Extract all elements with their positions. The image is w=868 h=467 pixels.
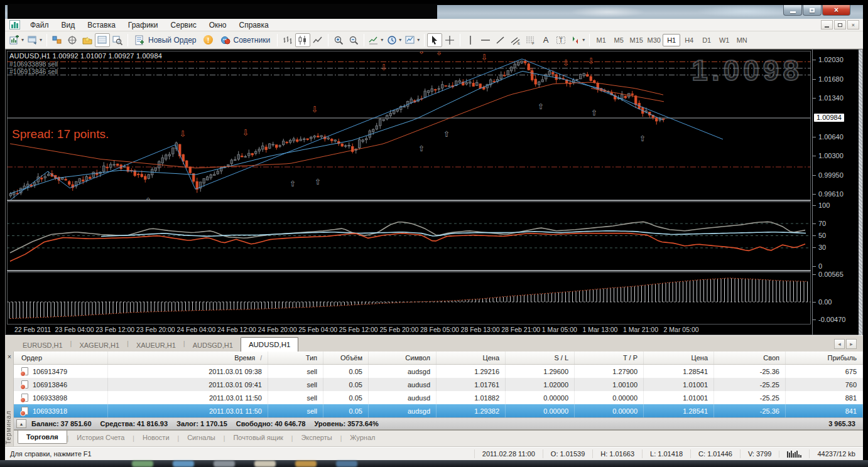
menu-item-view[interactable]: Вид [55, 19, 82, 31]
taskbar-icon[interactable] [336, 461, 357, 467]
order-row-106933918[interactable]: 1069339182011.03.01 11:50sell0.05audsgd1… [14, 404, 863, 417]
svg-text:⇧: ⇧ [189, 205, 196, 214]
chart-close-button[interactable]: × [847, 20, 859, 30]
chart-tab-audsgd-h1[interactable]: AUDSGD,H1 [185, 339, 241, 352]
column-header-type[interactable]: Тип [268, 352, 323, 364]
chart-tab-xageur-h1[interactable]: XAGEUR,H1 [72, 339, 127, 352]
column-header-profit[interactable]: Прибыль [786, 352, 863, 364]
indicators-button[interactable]: ▾ [367, 33, 385, 47]
timeframe-button-m5[interactable]: M5 [610, 34, 627, 46]
text-button[interactable]: A [538, 33, 553, 47]
column-header-volume[interactable]: Объём [323, 352, 369, 364]
periods-button[interactable]: ▾ [385, 33, 403, 47]
new-chart-button[interactable]: ▾ [8, 33, 26, 47]
taskbar-icon[interactable] [132, 461, 153, 467]
price-axis[interactable]: 1.020301.016801.013401.006401.003000.999… [812, 50, 862, 336]
timeframe-button-mn[interactable]: MN [733, 34, 751, 46]
candlestick-chart-button[interactable] [295, 33, 310, 47]
column-header-symbol[interactable]: Символ [369, 352, 437, 364]
terminal-tab-новости[interactable]: Новости [134, 431, 178, 444]
terminal-tab-сигналы[interactable]: Сигналы [179, 431, 224, 444]
vertical-line-button[interactable] [463, 33, 478, 47]
terminal-tab-торговля[interactable]: Торговля [18, 431, 67, 444]
collapse-button[interactable]: ▲ [16, 419, 26, 428]
menu-item-insert[interactable]: Вставка [81, 19, 122, 31]
text-label-button[interactable]: T [553, 33, 568, 47]
chart-tab-xaueur-h1[interactable]: XAUEUR,H1 [129, 339, 183, 352]
terminal-panel-button[interactable] [95, 33, 110, 47]
terminal-tab-почтовый-ящик[interactable]: Почтовый ящик [225, 431, 291, 444]
navigator-button[interactable] [80, 33, 95, 47]
chart-minimize-button[interactable] [821, 20, 833, 30]
timeframe-button-h4[interactable]: H4 [680, 34, 698, 46]
taskbar-icon[interactable] [173, 461, 194, 467]
chart-restore-button[interactable] [834, 20, 846, 30]
order-row-106933898[interactable]: 1069338982011.03.01 11:50sell0.05audusd1… [14, 391, 863, 404]
orders-table-header: ОрдерВремя/ТипОбъёмСимволЦенаS / LT / PЦ… [14, 352, 863, 365]
cell-type: sell [268, 365, 323, 378]
cursor-button[interactable] [427, 33, 442, 47]
templates-button[interactable]: ▾ [403, 33, 421, 47]
timeframe-button-w1[interactable]: W1 [715, 34, 733, 46]
column-header-tp[interactable]: T / P [575, 352, 644, 364]
order-row-106913479[interactable]: 1069134792011.03.01 09:38sell0.05audsgd1… [14, 365, 863, 378]
axis-tick [813, 60, 816, 60]
menu-item-charts[interactable]: Графики [122, 19, 165, 31]
menu-item-service[interactable]: Сервис [165, 19, 203, 31]
column-header-time[interactable]: Время/ [108, 352, 268, 364]
taskbar-icon[interactable] [295, 461, 317, 467]
profiles-button[interactable]: ▾ [26, 33, 44, 47]
market-watch-button[interactable] [50, 33, 65, 47]
column-header-order[interactable]: Ордер [14, 352, 108, 364]
window-minimize-button[interactable] [783, 5, 802, 16]
data-window-button[interactable] [65, 33, 80, 47]
fibonacci-button[interactable]: F [523, 33, 538, 47]
order-row-106913846[interactable]: 1069138462011.03.01 09:41sell0.05audusd1… [14, 378, 863, 391]
bar-chart-button[interactable] [280, 33, 295, 47]
chart-scrollbar[interactable] [859, 50, 862, 336]
zoom-out-button[interactable] [346, 33, 361, 47]
new-order-icon [135, 35, 145, 45]
chart-tab-eurusd-h1[interactable]: EURUSD,H1 [15, 339, 70, 352]
taskbar-icon[interactable] [214, 461, 235, 467]
timeframe-button-m15[interactable]: M15 [627, 34, 645, 46]
terminal-tab-журнал[interactable]: Журнал [342, 431, 383, 444]
arrows-button[interactable]: ▾ [568, 33, 587, 47]
menu-item-help[interactable]: Справка [233, 19, 275, 31]
terminal-tab-эксперты[interactable]: Эксперты [293, 431, 340, 444]
terminal-close-button[interactable]: × [6, 353, 13, 360]
window-restore-button[interactable] [803, 5, 822, 16]
timeframe-button-d1[interactable]: D1 [698, 34, 715, 46]
cell-sl: 0.00000 [506, 391, 575, 404]
terminal-tab-история-счета[interactable]: История Счета [68, 431, 133, 444]
horizontal-line-button[interactable] [478, 33, 493, 47]
column-header-price-open[interactable]: Цена [437, 352, 506, 364]
equidistant-channel-button[interactable]: E [508, 33, 523, 47]
line-chart-button[interactable] [310, 33, 325, 47]
time-axis[interactable]: 22 Feb 201123 Feb 04:0023 Feb 12:0023 Fe… [7, 326, 811, 336]
equidistant-channel-icon: E [511, 35, 521, 45]
menu-item-file[interactable]: Файл [24, 19, 55, 31]
column-header-sl[interactable]: S / L [506, 352, 575, 364]
tab-scroll-right-button[interactable]: ▸ [846, 339, 857, 349]
window-close-button[interactable]: × [822, 5, 850, 16]
chart-canvas[interactable]: ⇧⇧⇧⇧⇧⇧⇧⇧⇧⇧⇩⇩⇩⇩⇩⇩⇩⇩⇩⇩ [7, 50, 811, 336]
alert-button[interactable]: ! [201, 33, 216, 47]
terminal-tab-strip: Торговля|История Счета|Новости|Сигналы|П… [14, 429, 863, 446]
chart-tab-audusd-h1[interactable]: AUDUSD,H1 [241, 337, 298, 352]
new-order-button[interactable]: Новый Ордер [131, 33, 200, 47]
chart-area[interactable]: ⇧⇧⇧⇧⇧⇧⇧⇧⇧⇧⇩⇩⇩⇩⇩⇩⇩⇩⇩⇩ 1.0098 AUDUSD,H1 1.… [5, 49, 863, 335]
menu-item-window[interactable]: Окно [203, 19, 233, 31]
expert-advisors-button[interactable]: Советники [216, 33, 275, 47]
timeframe-button-m1[interactable]: M1 [592, 34, 610, 46]
column-header-swap[interactable]: Своп [714, 352, 786, 364]
timeframe-button-h1[interactable]: H1 [663, 34, 680, 46]
timeframe-button-m30[interactable]: M30 [645, 34, 663, 46]
column-header-price-current[interactable]: Цена [644, 352, 714, 364]
zoom-in-button[interactable] [331, 33, 346, 47]
taskbar-icon[interactable] [254, 461, 276, 467]
crosshair-button[interactable] [442, 33, 457, 47]
strategy-tester-button[interactable] [110, 33, 125, 47]
trendline-button[interactable] [493, 33, 508, 47]
tab-scroll-left-button[interactable]: ◂ [834, 339, 845, 349]
